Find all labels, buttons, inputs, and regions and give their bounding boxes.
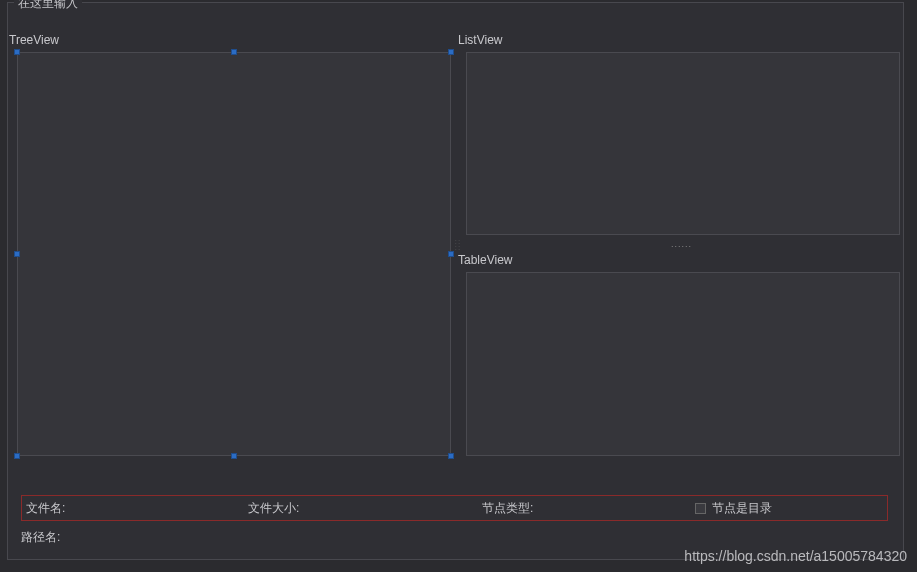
pathname-label: 路径名: [21, 529, 60, 546]
splitter-handle-vertical[interactable]: ······ [671, 241, 692, 251]
status-bar: 文件名: 文件大小: 节点类型: 节点是目录 [21, 495, 888, 521]
isdir-checkbox[interactable] [695, 503, 706, 514]
tableview-widget[interactable] [466, 272, 900, 456]
listview-label: ListView [458, 33, 502, 47]
resize-handle-bl[interactable] [14, 453, 20, 459]
resize-handle-bm[interactable] [231, 453, 237, 459]
treeview-widget[interactable] [17, 52, 451, 456]
treeview-label: TreeView [9, 33, 59, 47]
resize-handle-ml[interactable] [14, 251, 20, 257]
resize-handle-tm[interactable] [231, 49, 237, 55]
listview-widget[interactable] [466, 52, 900, 235]
main-groupbox: 在这里输入 TreeView ListView TableView · ·· ·… [7, 2, 904, 560]
splitter-handle-horizontal[interactable]: · ·· ·· ·· · [455, 239, 461, 259]
tableview-label: TableView [458, 253, 512, 267]
resize-handle-tl[interactable] [14, 49, 20, 55]
resize-handle-mr[interactable] [448, 251, 454, 257]
isdir-checkbox-wrap[interactable]: 节点是目录 [695, 500, 772, 517]
filesize-label: 文件大小: [248, 500, 299, 517]
groupbox-title-input[interactable]: 在这里输入 [14, 0, 82, 12]
resize-handle-tr[interactable] [448, 49, 454, 55]
filename-label: 文件名: [26, 500, 65, 517]
isdir-checkbox-label: 节点是目录 [712, 500, 772, 517]
nodetype-label: 节点类型: [482, 500, 533, 517]
resize-handle-br[interactable] [448, 453, 454, 459]
watermark-text: https://blog.csdn.net/a15005784320 [684, 548, 907, 564]
